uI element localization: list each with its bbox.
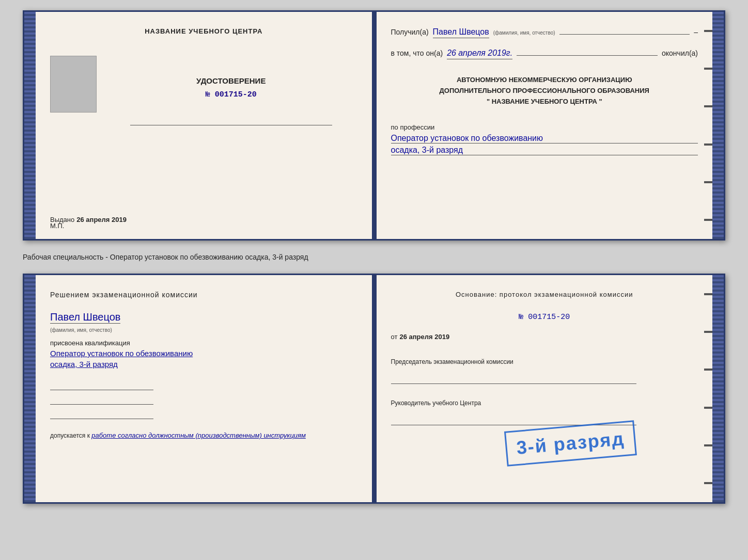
допускается-prefix: допускается к	[50, 432, 90, 439]
mp-label: М.П.	[50, 222, 64, 230]
doc2-right-page: Основание: протокол экзаменационной коми…	[377, 275, 713, 502]
rukovod-label: Руководитель учебного Центра	[391, 399, 698, 407]
допускается-block: допускается к работе согласно должностны…	[50, 431, 306, 439]
stamp-overlay: 3-й разряд	[504, 420, 637, 467]
doc2-profession-value: Оператор установок по обезвоживанию	[50, 349, 193, 358]
doc2-rank-value: осадка, 3-й разряд	[50, 360, 118, 369]
chairman-label: Председатель экзаменационной комиссии	[391, 358, 698, 365]
doc1-right-page: Получил(а) Павел Швецов (фамилия, имя, о…	[377, 12, 713, 239]
doc1-left-page: НАЗВАНИЕ УЧЕБНОГО ЦЕНТРА УДОСТОВЕРЕНИЕ №…	[36, 12, 373, 239]
photo-placeholder	[50, 56, 97, 113]
signature-lines	[50, 381, 153, 419]
chairman-sig-line	[391, 375, 637, 384]
profession-prefix: по профессии	[391, 123, 435, 131]
profession-value: Оператор установок по обезвоживанию	[391, 134, 698, 143]
cert-number: № 001715-20	[206, 90, 257, 99]
org-line3: " НАЗВАНИЕ УЧЕБНОГО ЦЕНТРА "	[391, 97, 698, 107]
person-note: (фамилия, имя, отчество)	[50, 327, 112, 333]
left-binding-strip-2	[24, 275, 36, 502]
ot-date: 26 апреля 2019	[399, 333, 449, 341]
org-line1: АВТОНОМНУЮ НЕКОММЕРЧЕСКУЮ ОРГАНИЗАЦИЮ	[391, 75, 698, 86]
between-label: Рабочая специальность - Оператор установ…	[23, 250, 725, 264]
cert-label: УДОСТОВЕРЕНИЕ	[196, 76, 266, 85]
received-prefix: Получил(а)	[391, 28, 429, 36]
doc2-left-page: Решением экзаменационной комиссии Павел …	[36, 275, 373, 502]
right-binding-strip-2	[712, 275, 724, 502]
finished-label: окончил(а)	[662, 49, 698, 57]
issued-date: 26 апреля 2019	[76, 216, 127, 223]
rank-value: осадка, 3-й разряд	[391, 146, 698, 155]
doc1-left-title: НАЗВАНИЕ УЧЕБНОГО ЦЕНТРА	[145, 27, 262, 35]
ot-prefix: от	[391, 333, 398, 341]
recipient-name: Павел Швецов	[433, 27, 489, 38]
right-binding-strip	[712, 12, 724, 239]
date-handwritten: 26 апреля 2019г.	[447, 49, 512, 59]
допускается-value: работе согласно должностным (производств…	[91, 431, 306, 439]
document-spread-1: НАЗВАНИЕ УЧЕБНОГО ЦЕНТРА УДОСТОВЕРЕНИЕ №…	[23, 10, 725, 241]
stamp-main: 3-й разряд	[516, 428, 626, 458]
osnov-title: Основание: протокол экзаменационной коми…	[391, 291, 698, 298]
in-that-prefix: в том, что он(а)	[391, 49, 443, 57]
org-line2: ДОПОЛНИТЕЛЬНОГО ПРОФЕССИОНАЛЬНОГО ОБРАЗО…	[391, 86, 698, 97]
left-binding-strip	[24, 12, 36, 239]
document-spread-2: Решением экзаменационной комиссии Павел …	[23, 274, 725, 504]
protocol-number: № 001715-20	[391, 313, 698, 322]
decision-title: Решением экзаменационной комиссии	[50, 291, 198, 299]
recipient-note: (фамилия, имя, отчество)	[493, 30, 555, 36]
ot-line: от 26 апреля 2019	[391, 333, 698, 341]
assigned-label: присвоена квалификация	[50, 339, 130, 347]
person-name: Павел Швецов	[50, 311, 120, 324]
